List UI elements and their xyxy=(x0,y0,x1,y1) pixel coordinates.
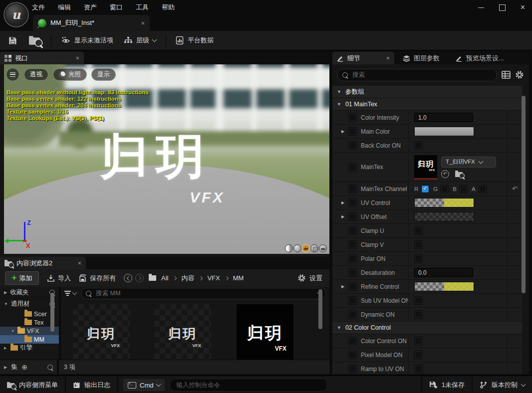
display-grid-icon[interactable] xyxy=(502,71,511,79)
breadcrumb-item-内容[interactable]: 内容 xyxy=(181,274,194,283)
import-button[interactable]: 导入 xyxy=(47,274,71,283)
maximize-button[interactable] xyxy=(499,4,506,11)
show-button[interactable]: 显示 xyxy=(91,68,116,81)
expander-icon[interactable]: ▶ xyxy=(341,214,348,219)
menu-工具[interactable]: 工具 xyxy=(136,3,149,12)
details-search-box[interactable] xyxy=(337,69,497,81)
perspective-button[interactable]: 透视 xyxy=(24,68,48,81)
override-checkbox[interactable] xyxy=(348,185,357,193)
value-checkbox[interactable] xyxy=(414,296,423,305)
details-settings-gear-icon[interactable] xyxy=(515,70,524,79)
platform-stats-button[interactable]: 平台数据 xyxy=(176,31,214,50)
unsaved-button[interactable]: ✱ 1未保存 xyxy=(422,376,472,393)
collections-header[interactable]: ▶ 集 ⊕ xyxy=(0,360,59,374)
menu-窗口[interactable]: 窗口 xyxy=(110,3,123,12)
asset-search-box[interactable] xyxy=(81,288,326,299)
viewport[interactable]: 归玥 VFX Base pass shader without light ma… xyxy=(4,64,329,254)
channel-checkbox[interactable] xyxy=(460,185,468,193)
show-inactive-button[interactable]: 显示未激活项 xyxy=(61,31,113,50)
asset-tile[interactable]: 归玥VFX xyxy=(73,304,130,360)
override-checkbox[interactable] xyxy=(348,212,357,221)
tab-layer-params[interactable]: 图层参数 xyxy=(398,52,444,64)
override-checkbox[interactable] xyxy=(348,127,357,136)
filter-button[interactable] xyxy=(64,291,76,295)
channel-checkbox[interactable] xyxy=(441,185,449,193)
value-input[interactable]: 1.0 xyxy=(414,113,473,122)
override-checkbox[interactable] xyxy=(348,141,357,150)
override-checkbox[interactable] xyxy=(348,240,357,249)
vector-swatch[interactable] xyxy=(414,198,474,207)
menu-资产[interactable]: 资产 xyxy=(84,3,97,12)
asset-scrollbar[interactable] xyxy=(318,289,322,329)
section-header[interactable]: ▼01 MainTex xyxy=(332,98,522,111)
hierarchy-button[interactable]: 层级 xyxy=(124,31,156,50)
breadcrumb-item-All[interactable]: All xyxy=(161,274,168,282)
value-checkbox[interactable] xyxy=(414,254,423,263)
content-drawer-button[interactable]: 内容侧滑菜单 xyxy=(0,376,65,393)
tab-details[interactable]: 细节 × xyxy=(332,52,394,64)
preview-shape-plane[interactable] xyxy=(302,244,310,252)
override-checkbox[interactable] xyxy=(348,296,357,305)
value-checkbox[interactable] xyxy=(414,141,423,150)
lit-mode-button[interactable]: 光照 xyxy=(53,68,87,81)
value-checkbox[interactable] xyxy=(414,310,423,319)
breadcrumb-item-MM[interactable]: MM xyxy=(233,274,244,282)
texture-dropdown[interactable]: T_归玥VFX xyxy=(441,157,496,168)
viewport-tab[interactable]: 视口 × xyxy=(0,52,84,64)
browse-to-asset-button[interactable] xyxy=(29,31,37,50)
output-log-button[interactable]: 输出日志 xyxy=(66,376,117,393)
preview-shape-sphere[interactable] xyxy=(293,244,301,252)
save-all-button[interactable]: 保存所有 xyxy=(79,274,116,283)
folder-item-MM[interactable]: MM xyxy=(0,335,59,344)
folder-item-引擎[interactable]: ▶引擎 xyxy=(0,344,59,352)
save-button[interactable] xyxy=(8,31,17,50)
tree-expander-icon[interactable]: ▼ xyxy=(11,329,15,333)
details-scrollbar[interactable] xyxy=(522,95,526,370)
search-icon[interactable] xyxy=(47,365,53,370)
close-icon[interactable]: × xyxy=(75,54,79,62)
add-button[interactable]: + 添加 xyxy=(5,271,39,285)
close-icon[interactable]: × xyxy=(141,19,145,27)
tree-scrollbar[interactable] xyxy=(50,293,54,332)
override-checkbox[interactable] xyxy=(348,163,357,172)
close-icon[interactable]: × xyxy=(77,259,81,267)
unreal-logo-icon[interactable]: u xyxy=(3,2,29,27)
value-checkbox[interactable] xyxy=(414,240,423,249)
override-checkbox[interactable] xyxy=(348,198,357,207)
asset-tile[interactable]: 归玥VFX xyxy=(237,304,293,360)
override-checkbox[interactable] xyxy=(348,113,357,122)
value-checkbox[interactable] xyxy=(414,337,423,345)
back-button[interactable] xyxy=(124,274,132,282)
source-control-button[interactable]: 版本控制 xyxy=(473,376,532,393)
section-header[interactable]: ▼02 Color Control xyxy=(332,322,522,334)
section-header[interactable]: ▼参数组 xyxy=(332,86,522,98)
use-selected-icon[interactable]: ↶ xyxy=(441,170,449,178)
preview-shape-cube[interactable] xyxy=(310,244,318,252)
value-checkbox[interactable] xyxy=(414,351,423,359)
preview-shape-teapot[interactable] xyxy=(319,244,327,252)
expander-icon[interactable]: ▶ xyxy=(341,129,348,134)
menu-文件[interactable]: 文件 xyxy=(32,3,45,12)
console-command-input[interactable] xyxy=(170,379,327,392)
vector-swatch[interactable] xyxy=(414,212,474,221)
close-button[interactable]: × xyxy=(521,3,525,11)
asset-tile[interactable]: 归玥VFX xyxy=(154,304,211,360)
breadcrumb-item-VFX[interactable]: VFX xyxy=(207,274,220,282)
override-checkbox[interactable] xyxy=(348,310,357,319)
expander-icon[interactable]: ▶ xyxy=(341,200,348,205)
value-input[interactable]: 0.0 xyxy=(414,268,473,277)
tree-expander-icon[interactable]: ▶ xyxy=(4,346,8,350)
cmd-selector[interactable]: Cmd xyxy=(123,379,165,391)
override-checkbox[interactable] xyxy=(348,365,357,373)
vector-swatch[interactable] xyxy=(414,282,474,291)
content-browser-settings-button[interactable]: 设置 xyxy=(297,274,322,283)
details-search-input[interactable] xyxy=(351,71,492,79)
asset-tab[interactable]: MM_归玥_Inst* × xyxy=(33,15,150,31)
value-checkbox[interactable] xyxy=(414,226,423,235)
channel-checkbox[interactable] xyxy=(479,185,487,193)
minimize-button[interactable] xyxy=(478,7,484,8)
viewport-menu-button[interactable] xyxy=(6,68,19,81)
menu-帮助[interactable]: 帮助 xyxy=(162,3,175,12)
add-collection-icon[interactable]: ⊕ xyxy=(21,363,27,371)
preview-shape-cylinder[interactable] xyxy=(285,244,293,252)
